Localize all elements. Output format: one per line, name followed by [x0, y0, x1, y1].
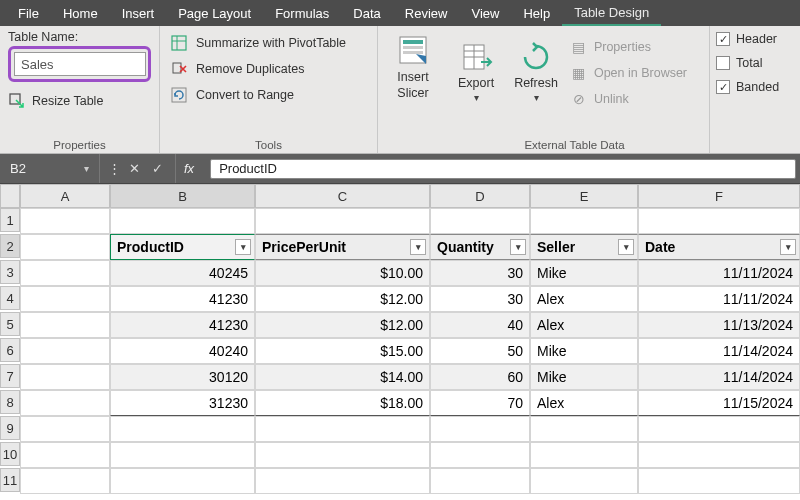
cell-productid[interactable]: 30120 [110, 364, 255, 390]
total-row-checkbox[interactable]: Total [716, 56, 779, 70]
cell-empty[interactable] [255, 468, 430, 494]
cell-empty[interactable] [110, 416, 255, 442]
header-row-checkbox[interactable]: ✓ Header [716, 32, 779, 46]
filter-dropdown-icon[interactable]: ▾ [780, 239, 796, 255]
cell-empty[interactable] [638, 208, 800, 234]
cell-empty[interactable] [638, 442, 800, 468]
cell-empty[interactable] [530, 208, 638, 234]
row-header-11[interactable]: 11 [0, 468, 20, 492]
name-box[interactable]: B2 ▾ [0, 154, 100, 183]
col-header-B[interactable]: B [110, 184, 255, 208]
col-header-A[interactable]: A [20, 184, 110, 208]
cancel-icon[interactable]: ✕ [125, 161, 144, 176]
cell-date[interactable]: 11/11/2024 [638, 260, 800, 286]
cell-empty[interactable] [110, 442, 255, 468]
cell-empty[interactable] [20, 338, 110, 364]
cell-price[interactable]: $12.00 [255, 312, 430, 338]
cell-seller[interactable]: Alex [530, 312, 638, 338]
row-header-4[interactable]: 4 [0, 286, 20, 310]
filter-dropdown-icon[interactable]: ▾ [410, 239, 426, 255]
cell-productid[interactable]: 31230 [110, 390, 255, 416]
convert-range-button[interactable]: Convert to Range [168, 82, 369, 108]
cell-price[interactable]: $18.00 [255, 390, 430, 416]
cell-empty[interactable] [20, 234, 110, 260]
col-header-E[interactable]: E [530, 184, 638, 208]
formula-options-icon[interactable]: ⋮ [108, 161, 121, 176]
col-header-C[interactable]: C [255, 184, 430, 208]
cell-empty[interactable] [430, 208, 530, 234]
menu-data[interactable]: Data [341, 2, 392, 25]
enter-icon[interactable]: ✓ [148, 161, 167, 176]
table-header-date[interactable]: Date▾ [638, 234, 800, 260]
cell-qty[interactable]: 70 [430, 390, 530, 416]
cell-empty[interactable] [20, 416, 110, 442]
menu-file[interactable]: File [6, 2, 51, 25]
summarize-pivot-button[interactable]: Summarize with PivotTable [168, 30, 369, 56]
cell-qty[interactable]: 30 [430, 286, 530, 312]
cell-empty[interactable] [530, 416, 638, 442]
cell-qty[interactable]: 60 [430, 364, 530, 390]
cell-empty[interactable] [20, 442, 110, 468]
cell-productid[interactable]: 41230 [110, 286, 255, 312]
menu-table-design[interactable]: Table Design [562, 1, 661, 26]
cell-qty[interactable]: 40 [430, 312, 530, 338]
menu-view[interactable]: View [459, 2, 511, 25]
select-all-corner[interactable] [0, 184, 20, 208]
export-button[interactable]: Export ▾ [448, 30, 504, 112]
menu-formulas[interactable]: Formulas [263, 2, 341, 25]
cell-empty[interactable] [20, 390, 110, 416]
table-header-productid[interactable]: ProductID▾ [110, 234, 255, 260]
cell-empty[interactable] [430, 468, 530, 494]
cell-productid[interactable]: 40245 [110, 260, 255, 286]
row-header-9[interactable]: 9 [0, 416, 20, 440]
cell-empty[interactable] [20, 286, 110, 312]
row-header-6[interactable]: 6 [0, 338, 20, 362]
cell-price[interactable]: $14.00 [255, 364, 430, 390]
row-header-7[interactable]: 7 [0, 364, 20, 388]
cell-empty[interactable] [110, 468, 255, 494]
cell-seller[interactable]: Alex [530, 390, 638, 416]
menu-help[interactable]: Help [511, 2, 562, 25]
refresh-button[interactable]: Refresh ▾ [504, 30, 568, 112]
cell-empty[interactable] [110, 208, 255, 234]
table-header-priceperunit[interactable]: PricePerUnit▾ [255, 234, 430, 260]
cell-seller[interactable]: Mike [530, 338, 638, 364]
menu-review[interactable]: Review [393, 2, 460, 25]
cell-empty[interactable] [430, 442, 530, 468]
cell-empty[interactable] [20, 208, 110, 234]
cell-date[interactable]: 11/11/2024 [638, 286, 800, 312]
table-header-seller[interactable]: Seller▾ [530, 234, 638, 260]
cell-empty[interactable] [20, 468, 110, 494]
cell-date[interactable]: 11/13/2024 [638, 312, 800, 338]
cell-empty[interactable] [20, 364, 110, 390]
filter-dropdown-icon[interactable]: ▾ [235, 239, 251, 255]
cell-empty[interactable] [20, 312, 110, 338]
spreadsheet-grid[interactable]: ABCDEF12ProductID▾PricePerUnit▾Quantity▾… [0, 184, 800, 494]
col-header-F[interactable]: F [638, 184, 800, 208]
menu-page-layout[interactable]: Page Layout [166, 2, 263, 25]
cell-empty[interactable] [255, 442, 430, 468]
insert-slicer-button[interactable]: Insert Slicer [386, 30, 440, 104]
fx-icon[interactable]: fx [176, 161, 202, 176]
row-header-5[interactable]: 5 [0, 312, 20, 336]
banded-rows-checkbox[interactable]: ✓ Banded [716, 80, 779, 94]
resize-table-button[interactable]: Resize Table [8, 92, 151, 110]
cell-empty[interactable] [638, 468, 800, 494]
cell-date[interactable]: 11/14/2024 [638, 364, 800, 390]
cell-empty[interactable] [530, 468, 638, 494]
col-header-D[interactable]: D [430, 184, 530, 208]
row-header-8[interactable]: 8 [0, 390, 20, 414]
cell-empty[interactable] [20, 260, 110, 286]
table-header-quantity[interactable]: Quantity▾ [430, 234, 530, 260]
cell-seller[interactable]: Alex [530, 286, 638, 312]
table-name-input[interactable] [14, 52, 146, 76]
cell-price[interactable]: $15.00 [255, 338, 430, 364]
cell-price[interactable]: $10.00 [255, 260, 430, 286]
cell-empty[interactable] [638, 416, 800, 442]
row-header-1[interactable]: 1 [0, 208, 20, 232]
cell-seller[interactable]: Mike [530, 260, 638, 286]
formula-input[interactable]: ProductID [210, 159, 796, 179]
cell-empty[interactable] [430, 416, 530, 442]
cell-empty[interactable] [255, 416, 430, 442]
filter-dropdown-icon[interactable]: ▾ [510, 239, 526, 255]
